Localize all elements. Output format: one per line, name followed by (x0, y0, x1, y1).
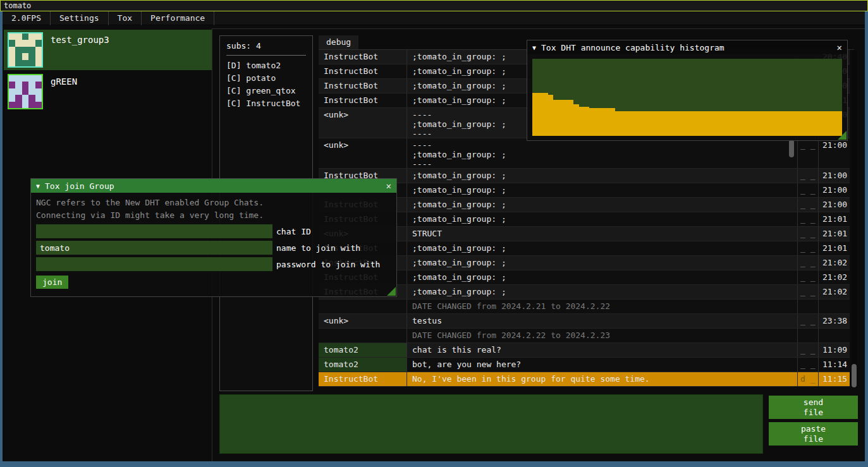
histogram-bar (604, 108, 609, 136)
histogram-bar (718, 111, 723, 136)
join-group-titlebar[interactable]: ▼ Tox join Group ✕ (31, 179, 396, 193)
histogram-bar (703, 111, 708, 136)
message-line: DATE CHANGED from 2024.2.21 to 2024.2.22 (412, 301, 795, 311)
contact-item-green[interactable]: gREEN (4, 71, 212, 112)
avatar-pixel (15, 75, 21, 82)
avatar-pixel (28, 95, 35, 101)
chat-row-flags: _ _ (798, 256, 819, 270)
histogram-bar (594, 108, 599, 136)
message-line: ;tomato_in_group: ; (412, 185, 795, 195)
histogram-bar (770, 111, 775, 136)
message-line: ;tomato_in_group: ; (412, 287, 795, 296)
chat-row-sender: InstructBot (319, 94, 407, 107)
histogram-bar (542, 93, 547, 136)
avatar-pixel (22, 40, 28, 46)
avatar-pixel (22, 47, 28, 53)
chat-row: DATE CHANGED from 2024.2.22 to 2024.2.23 (319, 329, 850, 343)
join-group-body: NGC refers to the New DHT enabled Group … (31, 193, 396, 296)
chat-scrollbar-thumb[interactable] (852, 364, 857, 387)
resize-grip[interactable] (387, 287, 396, 296)
avatar-pixel (9, 47, 15, 53)
join-button[interactable]: join (36, 276, 68, 289)
chat-row-message: ;tomato_in_group: ; (407, 285, 798, 299)
collapse-arrow-icon[interactable]: ▼ (36, 183, 40, 190)
avatar-pixel (28, 33, 35, 40)
chat-row-flags: _ _ (798, 183, 819, 197)
chat-row-flags: _ _ (798, 212, 819, 226)
histogram-bar (610, 108, 615, 136)
message-line: ;tomato_in_group: ; (412, 150, 795, 159)
member-item[interactable]: [C] InstructBot (226, 97, 306, 110)
chat-scrollbar[interactable] (851, 50, 857, 387)
chat-row: InstructBot;tomato_in_group: ;_ _21:00 (319, 198, 850, 212)
histogram-bar (744, 111, 749, 136)
message-line: ---- (412, 140, 795, 150)
join-group-window[interactable]: ▼ Tox join Group ✕ NGC refers to the New… (30, 178, 397, 297)
chat-row: <unk>testus_ _23:38 (319, 314, 850, 329)
chat-row-timestamp: 21:02 (819, 256, 850, 270)
member-item[interactable]: [C] green_qtox (226, 85, 306, 97)
message-line: No, I've been in this group for quite so… (412, 374, 795, 384)
avatar-pixel (28, 47, 35, 53)
histogram-bar (754, 111, 759, 136)
avatar-pixel (9, 88, 15, 95)
message-mini-scrollbar[interactable] (789, 140, 794, 157)
sender-name: tomato2 (319, 343, 406, 357)
histogram-bar (651, 111, 656, 136)
close-icon[interactable]: ✕ (386, 181, 391, 191)
member-item[interactable]: [D] tomato2 (226, 59, 306, 72)
collapse-arrow-icon[interactable]: ▼ (532, 44, 536, 51)
chat-ID-input[interactable] (36, 224, 272, 238)
member-item[interactable]: [C] potato (226, 72, 306, 85)
histogram-bar (548, 95, 553, 136)
chat-row-flags: _ _ (798, 343, 819, 357)
histogram-bar (677, 111, 682, 136)
chat-row: <unk>STRUCT_ _21:01 (319, 227, 850, 241)
avatar-pixel (35, 33, 42, 40)
chat-row-sender: tomato2 (319, 343, 407, 357)
histogram-bar (579, 107, 584, 136)
avatar-pixel (35, 88, 42, 95)
avatar-pixel (28, 88, 35, 95)
chat-row: InstructBot;tomato_in_group: ;_ _21:02 (319, 285, 850, 300)
contact-item-test_group3[interactable]: test_group3 (4, 30, 212, 70)
chat-row-flags (798, 329, 819, 343)
avatar-pixel (9, 82, 15, 88)
password-to-join-with-input[interactable] (36, 257, 272, 271)
avatar-pixel (22, 95, 28, 101)
histogram-bar (796, 111, 801, 136)
dht-histogram-titlebar[interactable]: ▼ Tox DHT announce capability histogram … (527, 40, 847, 54)
chat-row-message: bot, are you new here? (407, 358, 798, 372)
chat-row-sender: <unk> (319, 138, 407, 168)
histogram-bar (822, 111, 827, 136)
chat-row-message: ;tomato_in_group: ; (407, 183, 798, 197)
paste-file-button[interactable]: paste file (769, 422, 858, 446)
avatar-pixel (35, 75, 42, 82)
resize-grip[interactable] (838, 131, 847, 140)
menu-item-tox[interactable]: Tox (109, 11, 142, 25)
close-icon[interactable]: ✕ (837, 42, 842, 52)
menu-item-settings[interactable]: Settings (51, 11, 109, 25)
dht-histogram-window[interactable]: ▼ Tox DHT announce capability histogram … (527, 40, 848, 141)
send-file-button[interactable]: send file (769, 396, 858, 419)
chat-row-timestamp: 21:02 (819, 270, 850, 284)
avatar-pixel (15, 102, 21, 108)
subs-separator (226, 55, 306, 56)
chat-row: tomato2bot, are you new here?_ _11:14 (319, 358, 850, 372)
join-group-title: Tox join Group (45, 181, 381, 191)
avatar-pixel (35, 40, 42, 46)
name-to-join-with-input[interactable] (36, 241, 272, 255)
sender-name: tomato2 (319, 358, 406, 372)
dht-histogram-body (527, 54, 847, 140)
histogram-bar (646, 111, 651, 136)
message-input[interactable] (219, 394, 763, 454)
histogram-plot (532, 59, 842, 136)
avatar-pixel (22, 33, 28, 40)
window-titlebar[interactable]: tomato (0, 0, 868, 11)
avatar-pixel (9, 95, 15, 101)
menu-item-performance[interactable]: Performance (142, 11, 214, 25)
avatar-pixel (35, 60, 42, 66)
join-field-row: password to join with (36, 257, 391, 271)
tab-debug[interactable]: debug (319, 35, 358, 49)
avatar-pixel (15, 40, 21, 46)
